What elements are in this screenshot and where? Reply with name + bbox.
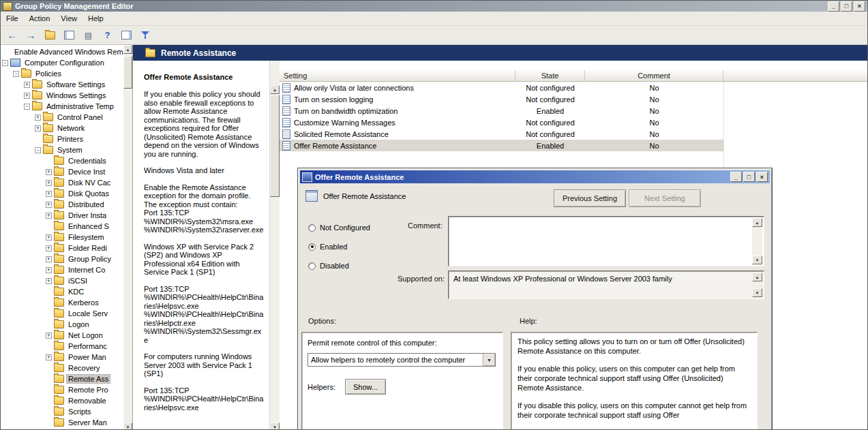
tree-item-kerberos[interactable]: Kerberos	[1, 297, 123, 308]
dialog-title-bar[interactable]: Offer Remote Assistance _□×	[300, 170, 770, 183]
tree-item-enable-advanced-windows-rem[interactable]: Enable Advanced Windows Rem	[1, 46, 123, 57]
tree-item-credentials[interactable]: Credentials	[1, 155, 123, 166]
tree-item-performanc[interactable]: Performanc	[1, 341, 123, 352]
tree-item-computer-configuration[interactable]: -Computer Configuration	[1, 57, 123, 68]
close-button[interactable]: ×	[854, 1, 865, 12]
supported-on-scrollbar[interactable]: ▲ ▼	[752, 273, 762, 297]
radio-enabled[interactable]: Enabled	[308, 242, 347, 251]
expand-toggle-icon[interactable]: +	[46, 267, 52, 273]
maximize-button[interactable]: □	[743, 172, 755, 182]
expand-toggle-icon[interactable]: +	[46, 213, 52, 219]
setting-row-allow-only-vista-or-later-connections[interactable]: Allow only Vista or later connectionsNot…	[280, 82, 723, 93]
remote-control-dropdown[interactable]: Allow helpers to remotely control the co…	[308, 353, 496, 367]
expand-toggle-icon[interactable]: -	[35, 147, 41, 153]
tree-item-server-man[interactable]: Server Man	[1, 417, 123, 428]
description-scrollbar[interactable]: ▲ ▼	[269, 61, 280, 430]
menu-view[interactable]: View	[55, 12, 83, 25]
radio-not-configured[interactable]: Not Configured	[308, 223, 370, 232]
tree-item-scripts[interactable]: Scripts	[1, 406, 123, 417]
setting-row-offer-remote-assistance[interactable]: Offer Remote AssistanceEnabledNo	[280, 140, 723, 151]
tree-item-device-inst[interactable]: +Device Inst	[1, 166, 123, 177]
tree-scrollbar[interactable]: ▲ ▼	[123, 45, 132, 430]
tree-item-locale-serv[interactable]: Locale Serv	[1, 308, 123, 319]
filter-button[interactable]	[137, 27, 154, 44]
menu-help[interactable]: Help	[83, 12, 109, 25]
scroll-down-button[interactable]: ▼	[270, 423, 280, 430]
expand-toggle-icon[interactable]: +	[46, 180, 52, 186]
setting-row-customize-warning-messages[interactable]: Customize Warning MessagesNot configured…	[280, 117, 723, 128]
expand-toggle-icon[interactable]: +	[35, 114, 41, 121]
tree-item-removable[interactable]: Removable	[1, 395, 123, 406]
tree-item-net-logon[interactable]: +Net Logon	[1, 330, 123, 341]
scroll-up-button[interactable]: ▲	[123, 45, 132, 54]
up-one-level-button[interactable]	[42, 27, 59, 44]
tree-item-disk-nv-cac[interactable]: +Disk NV Cac	[1, 177, 123, 188]
show-console-tree-button[interactable]	[61, 27, 78, 44]
tree-item-remote-pro[interactable]: Remote Pro	[1, 384, 123, 395]
setting-row-solicited-remote-assistance[interactable]: Solicited Remote AssistanceNot configure…	[280, 128, 723, 140]
column-header-state[interactable]: State	[515, 70, 585, 82]
tree-item-internet-co[interactable]: +Internet Co	[1, 264, 123, 275]
expand-toggle-icon[interactable]: +	[46, 191, 52, 197]
tree-item-software-settings[interactable]: +Software Settings	[1, 79, 123, 90]
tree-item-network[interactable]: +Network	[1, 123, 123, 134]
tree-item-kdc[interactable]: KDC	[1, 286, 123, 297]
tree-item-windows-settings[interactable]: +Windows Settings	[1, 90, 123, 101]
help-button[interactable]: ?	[99, 27, 116, 44]
tree-item-system[interactable]: -System	[1, 144, 123, 155]
scroll-up-button[interactable]: ▲	[270, 85, 280, 94]
tree-item-policies[interactable]: -Policies	[1, 68, 123, 79]
back-button[interactable]: ←	[3, 27, 20, 44]
tree-item-driver-insta[interactable]: +Driver Insta	[1, 210, 123, 221]
show-action-pane-button[interactable]	[118, 27, 135, 44]
tree-item-administrative-temp[interactable]: -Administrative Temp	[1, 101, 123, 112]
expand-toggle-icon[interactable]: +	[46, 256, 52, 262]
tree-item-iscsi[interactable]: +iSCSI	[1, 275, 123, 286]
comment-textarea[interactable]: ▲ ▼	[448, 216, 764, 266]
expand-toggle-icon[interactable]: +	[24, 82, 30, 88]
expand-toggle-icon[interactable]: +	[35, 125, 41, 132]
tree-item-disk-quotas[interactable]: +Disk Quotas	[1, 188, 123, 199]
column-header-comment[interactable]: Comment	[585, 70, 723, 82]
setting-row-turn-on-session-logging[interactable]: Turn on session loggingNot configuredNo	[280, 93, 723, 105]
expand-toggle-icon[interactable]: -	[13, 71, 19, 77]
tree-item-distributed[interactable]: +Distributed	[1, 199, 123, 210]
tree-item-power-man[interactable]: +Power Man	[1, 352, 123, 363]
export-list-button[interactable]: ▤	[80, 27, 97, 44]
menu-action[interactable]: Action	[24, 12, 56, 25]
minimize-button[interactable]: _	[828, 1, 839, 12]
tree-item-enhanced-s[interactable]: Enhanced S	[1, 221, 123, 232]
scroll-thumb[interactable]	[270, 95, 280, 197]
scroll-down-button[interactable]: ▼	[752, 256, 762, 264]
maximize-button[interactable]: □	[841, 1, 852, 12]
tree-item-folder-redi[interactable]: +Folder Redi	[1, 243, 123, 254]
expand-toggle-icon[interactable]: -	[2, 60, 8, 66]
scroll-down-button[interactable]: ▼	[752, 288, 762, 297]
expand-toggle-icon[interactable]: +	[46, 354, 52, 360]
expand-toggle-icon[interactable]: +	[46, 169, 52, 175]
tree-item-recovery[interactable]: Recovery	[1, 363, 123, 373]
tree-item-control-panel[interactable]: +Control Panel	[1, 112, 123, 123]
tree-item-remote-ass[interactable]: Remote Ass	[1, 373, 123, 384]
scroll-up-button[interactable]: ▲	[752, 273, 762, 281]
tree-item-printers[interactable]: Printers	[1, 134, 123, 144]
expand-toggle-icon[interactable]: -	[24, 104, 30, 110]
column-header-setting[interactable]: Setting	[280, 70, 515, 82]
dropdown-arrow-icon[interactable]: ▼	[483, 354, 495, 366]
tree-item-filesystem[interactable]: +Filesystem	[1, 232, 123, 243]
comment-scrollbar[interactable]: ▲ ▼	[752, 218, 762, 264]
title-bar[interactable]: Group Policy Management Editor _□×	[1, 1, 867, 12]
scroll-thumb[interactable]	[123, 56, 132, 89]
expand-toggle-icon[interactable]: +	[46, 234, 52, 241]
menu-file[interactable]: File	[1, 12, 24, 25]
scroll-down-button[interactable]: ▼	[123, 423, 132, 430]
forward-button[interactable]: →	[23, 27, 40, 44]
previous-setting-button[interactable]: Previous Setting	[554, 189, 626, 207]
scroll-up-button[interactable]: ▲	[752, 218, 762, 227]
expand-toggle-icon[interactable]: +	[46, 278, 52, 284]
setting-row-turn-on-bandwidth-optimization[interactable]: Turn on bandwidth optimizationEnabledNo	[280, 105, 723, 117]
minimize-button[interactable]: _	[730, 172, 742, 182]
expand-toggle-icon[interactable]: +	[46, 202, 52, 208]
close-button[interactable]: ×	[756, 172, 768, 182]
expand-toggle-icon[interactable]: +	[46, 245, 52, 251]
